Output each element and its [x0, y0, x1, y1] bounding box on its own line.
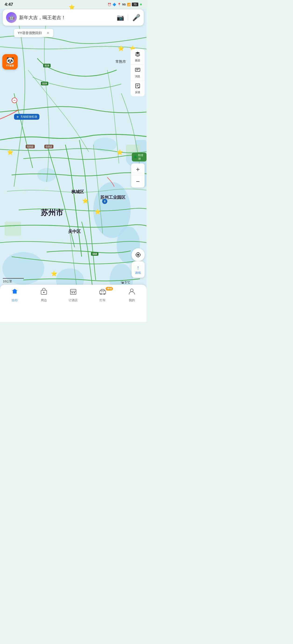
- mic-icon[interactable]: 🎤: [132, 14, 140, 22]
- park-marker: 🌲 阳澄湖: [132, 152, 146, 162]
- travel-icon: [11, 288, 18, 297]
- road-minus: −: [12, 98, 17, 103]
- svg-point-23: [130, 289, 133, 292]
- road-badge-g312-1: G312: [26, 145, 35, 148]
- nav-hotel-label: 订酒店: [68, 298, 78, 302]
- svg-rect-10: [5, 222, 21, 236]
- search-text[interactable]: 新年大吉，喝王老吉！: [19, 14, 114, 21]
- location-icon: 📍: [117, 3, 121, 6]
- nav-travel-label: 出行: [12, 298, 18, 302]
- signal-icon: 📶: [127, 3, 131, 6]
- panda-emoji: 🐼: [6, 56, 14, 64]
- yy-banner-text: YY语音强势回归: [18, 31, 42, 35]
- message-button[interactable]: 消息: [131, 65, 145, 81]
- feedback-button[interactable]: 反馈: [131, 81, 145, 96]
- status-bar: 4:47 ⏰ 🔷 📍 5G 📶 73: [0, 0, 146, 9]
- layers-button[interactable]: 图层: [131, 49, 145, 65]
- search-bar[interactable]: 🤖 新年大吉，喝王老吉！ 📷 🎤: [3, 9, 144, 26]
- nav-hotel[interactable]: 订酒店: [58, 288, 88, 302]
- zoom-out-button[interactable]: −: [131, 176, 145, 188]
- svg-rect-19: [74, 292, 75, 293]
- svg-rect-18: [72, 292, 73, 293]
- svg-point-13: [137, 254, 139, 256]
- yy-logo-text: YY语音: [6, 64, 14, 68]
- road-badge-s19-1: S19: [43, 64, 50, 68]
- nav-nearby[interactable]: 周边: [30, 288, 59, 302]
- route-button[interactable]: ↑ 路线: [132, 261, 145, 278]
- bottom-nav: 出行 周边 订酒店 2折起: [0, 285, 146, 322]
- nav-mine[interactable]: 我的: [117, 288, 146, 302]
- temperature-value: 5°C: [125, 280, 130, 284]
- yy-logo[interactable]: 🐼 YY语音: [2, 54, 18, 70]
- temperature-display: 🌤 5°C: [120, 280, 130, 284]
- avatar-emoji: 🤖: [9, 15, 14, 20]
- yy-banner[interactable]: YY语音强势回归 ✕: [14, 29, 53, 37]
- zoom-controls: + −: [131, 163, 145, 188]
- battery-indicator: 73: [132, 2, 138, 6]
- weather-icon: 🌤: [120, 280, 124, 284]
- scale-bar-line: [3, 278, 24, 278]
- route-arrow-icon: ↑: [137, 264, 140, 271]
- nav-nearby-label: 周边: [41, 298, 47, 302]
- search-divider: [128, 14, 128, 21]
- mine-icon: [128, 288, 136, 297]
- tree-icon: 🌲: [134, 156, 137, 159]
- route-label: 路线: [135, 271, 141, 275]
- nav-mine-label: 我的: [129, 298, 135, 302]
- svg-rect-17: [70, 289, 76, 294]
- battery-charging-dot: [140, 4, 142, 5]
- numbered-badge: 8: [102, 199, 107, 204]
- airport-label: 无锡硕放机场: [20, 115, 37, 119]
- location-button[interactable]: [132, 248, 145, 261]
- feedback-label: 反馈: [135, 90, 140, 94]
- nav-taxi-label: 打车: [100, 298, 106, 302]
- nav-taxi[interactable]: 2折起 打车: [88, 288, 117, 302]
- hotel-icon: [70, 288, 77, 297]
- nearby-icon: [40, 288, 48, 297]
- message-icon: [135, 67, 140, 74]
- svg-point-16: [43, 292, 44, 293]
- taxi-icon: [99, 288, 106, 297]
- airport-marker: ✈ 无锡硕放机场: [14, 114, 40, 120]
- svg-point-22: [104, 293, 105, 295]
- feedback-icon: [135, 83, 140, 90]
- taxi-badge: 2折起: [106, 287, 113, 290]
- layers-icon: [135, 51, 140, 58]
- search-avatar: 🤖: [6, 12, 17, 23]
- map-container[interactable]: S19 S19 G312 G312 S58 G1522 G50 8 − ✈ 无锡…: [0, 0, 146, 322]
- park-label: 阳澄湖: [138, 154, 145, 160]
- road-badge-g312-2: G312: [44, 145, 54, 148]
- zoom-in-button[interactable]: +: [131, 163, 145, 176]
- status-icons: ⏰ 🔷 📍 5G 📶 73: [108, 2, 142, 6]
- road-badge-s19-2: S19: [41, 82, 48, 86]
- network-icon: 5G: [122, 3, 126, 6]
- scale-bar: 10公里: [3, 278, 24, 284]
- plane-icon: ✈: [16, 115, 19, 119]
- bluetooth-icon: 🔷: [112, 3, 116, 6]
- road-badge-s58: S58: [91, 252, 98, 256]
- message-label: 消息: [135, 75, 140, 78]
- scale-bar-text: 10公里: [3, 279, 24, 284]
- right-panel: 图层 消息 反馈: [131, 49, 145, 96]
- svg-point-21: [100, 293, 102, 295]
- nav-travel[interactable]: 出行: [0, 288, 30, 302]
- status-time: 4:47: [5, 2, 13, 7]
- yy-banner-close[interactable]: ✕: [46, 31, 50, 35]
- alarm-icon: ⏰: [108, 3, 111, 6]
- layers-label: 图层: [135, 59, 140, 62]
- camera-icon[interactable]: 📷: [117, 14, 124, 21]
- svg-point-6: [93, 138, 117, 152]
